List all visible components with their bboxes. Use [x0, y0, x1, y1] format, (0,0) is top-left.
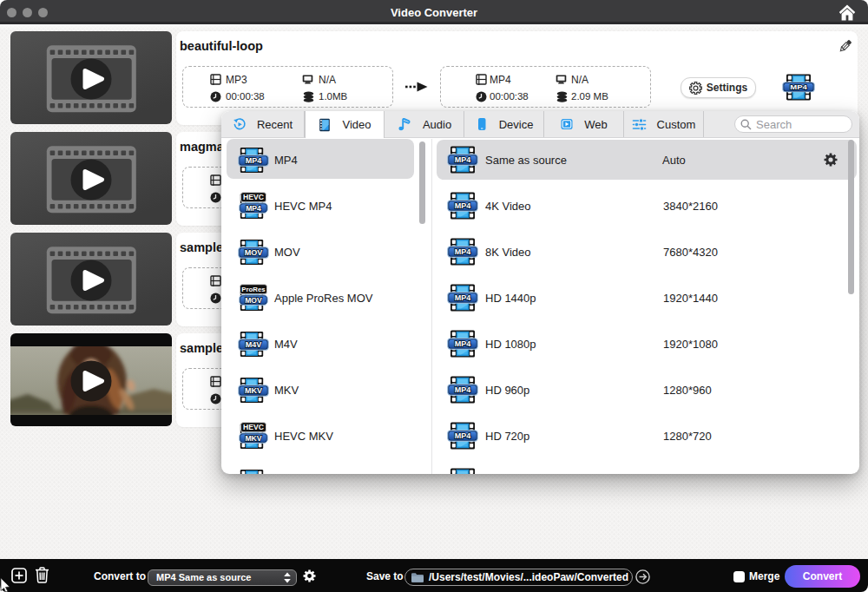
- svg-text:ProRes: ProRes: [241, 286, 266, 293]
- svg-text:HEVC: HEVC: [243, 423, 264, 431]
- svg-text:MP4: MP4: [455, 431, 471, 440]
- svg-text:MP4: MP4: [790, 83, 807, 91]
- svg-text:MP4: MP4: [455, 339, 471, 348]
- svg-text:MKV: MKV: [245, 433, 261, 442]
- svg-text:MP4: MP4: [246, 156, 262, 165]
- svg-text:MP4: MP4: [455, 155, 471, 164]
- svg-text:MP4: MP4: [455, 293, 471, 302]
- svg-text:MP4: MP4: [455, 247, 471, 256]
- svg-text:MP4: MP4: [246, 203, 261, 212]
- svg-text:MKV: MKV: [245, 386, 262, 395]
- svg-text:HEVC: HEVC: [243, 193, 264, 201]
- svg-text:MP4: MP4: [455, 201, 471, 210]
- svg-text:MP4: MP4: [455, 385, 471, 394]
- svg-text:M4V: M4V: [246, 340, 262, 349]
- svg-text:MOV: MOV: [245, 248, 263, 257]
- svg-text:MOV: MOV: [245, 295, 262, 304]
